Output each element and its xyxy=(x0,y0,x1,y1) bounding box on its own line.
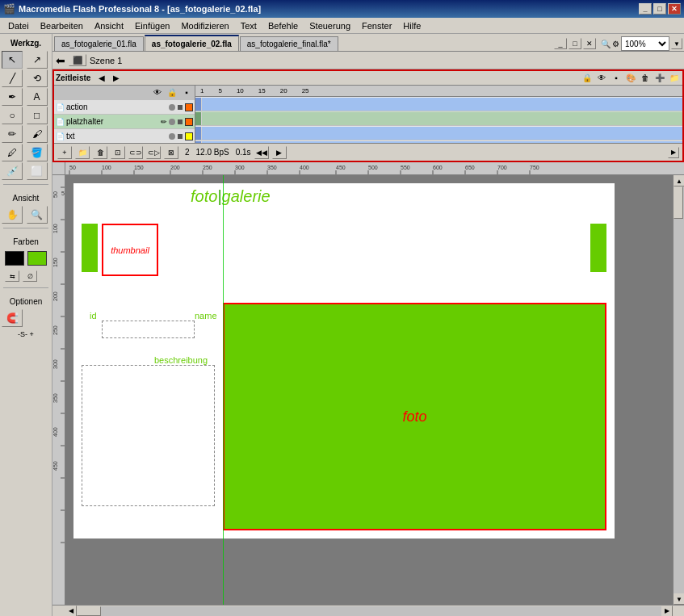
col-box-icon: ▪ xyxy=(180,87,193,98)
frame-action-1[interactable] xyxy=(195,98,202,111)
tool-lasso[interactable]: ⟲ xyxy=(27,69,48,87)
swap-colors-button[interactable]: ⇆ xyxy=(5,270,19,282)
menu-hilfe[interactable]: Hilfe xyxy=(398,19,426,32)
canvas-wrapper: 50 100 150 200 250 300 xyxy=(52,162,684,616)
sb-h-track[interactable] xyxy=(77,606,661,616)
scrollbar-vertical[interactable]: ▲ ▼ xyxy=(673,175,684,605)
svg-text:250: 250 xyxy=(203,165,212,170)
tool-arrow[interactable]: ↖ xyxy=(2,51,23,69)
tl-play-btn[interactable]: ▶ xyxy=(272,146,287,159)
tl-icon-box[interactable]: ▪ xyxy=(610,73,623,84)
canvas-stage: foto|galerie thumbnail xyxy=(73,183,615,538)
tl-add-folder-btn[interactable]: 📁 xyxy=(75,146,90,159)
stroke-color[interactable] xyxy=(5,251,24,266)
green-rect-right xyxy=(590,224,606,272)
svg-text:300: 300 xyxy=(235,165,245,170)
tool-rect[interactable]: □ xyxy=(27,107,48,124)
svg-text:400: 400 xyxy=(300,165,309,170)
sb-h-thumb[interactable] xyxy=(77,606,101,616)
zoom-dropdown-btn[interactable]: ▼ xyxy=(671,38,682,49)
tl-onion-outline-btn[interactable]: ⊂▷ xyxy=(146,146,161,159)
frame-platzhalter-1[interactable] xyxy=(195,112,202,125)
panel-maximize-button[interactable]: □ xyxy=(569,38,581,49)
layer-txt-icon: 📄 xyxy=(56,132,65,140)
tool-eyedropper[interactable]: 💉 xyxy=(2,162,23,180)
tool-text[interactable]: A xyxy=(27,88,48,106)
no-color-button[interactable]: ∅ xyxy=(23,270,37,282)
tool-zoom[interactable]: 🔍 xyxy=(27,206,48,224)
vr-450: 450 xyxy=(52,450,58,482)
minimize-button[interactable]: _ xyxy=(639,3,652,15)
tl-icon-folder[interactable]: 📁 xyxy=(668,73,681,84)
tl-scroll-right[interactable]: ▶ xyxy=(668,147,679,158)
tl-icon-color[interactable]: 🎨 xyxy=(624,73,637,84)
frame-bg-1[interactable] xyxy=(195,141,202,144)
scene-nav-back[interactable]: ⬅ xyxy=(56,54,65,67)
tl-add-layer-btn[interactable]: + xyxy=(57,146,72,159)
time-label: 0.1s xyxy=(236,148,251,157)
menu-bearbeiten[interactable]: Bearbeiten xyxy=(36,19,88,32)
tool-brush[interactable]: 🖌 xyxy=(27,125,48,143)
menu-text[interactable]: Text xyxy=(236,19,262,32)
scrollbar-horizontal[interactable]: ◀ ▶ xyxy=(52,605,684,616)
layer-txt[interactable]: 📄 txt xyxy=(54,129,195,143)
vr-50: 50 xyxy=(52,178,58,211)
tab-fotogalerie01[interactable]: as_fotogalerie_01.fla xyxy=(54,36,144,51)
svg-text:150: 150 xyxy=(134,165,144,170)
sb-v-track[interactable] xyxy=(674,186,684,593)
menu-steuerung[interactable]: Steuerung xyxy=(304,19,355,32)
zoom-select[interactable]: 100% 50% 200% Fit in Window xyxy=(621,36,669,51)
sb-v-thumb[interactable] xyxy=(674,186,683,219)
tl-nav-left[interactable]: ◀ xyxy=(95,73,108,84)
tl-center-frame-btn[interactable]: ⊡ xyxy=(111,146,125,159)
menu-einfügen[interactable]: Einfügen xyxy=(130,19,174,32)
tool-inkbottle[interactable]: 🖊 xyxy=(2,144,23,161)
sb-v-up[interactable]: ▲ xyxy=(674,175,684,186)
foto-label: foto xyxy=(402,409,426,425)
tool-pencil[interactable]: ✏ xyxy=(2,125,23,143)
svg-text:200: 200 xyxy=(170,165,180,170)
properties-icon: ⚙ xyxy=(612,40,619,48)
canvas-area[interactable]: foto|galerie thumbnail xyxy=(65,175,673,605)
layer-action[interactable]: 📄 action xyxy=(54,100,195,115)
tl-nav-right[interactable]: ▶ xyxy=(110,73,123,84)
tool-subselect[interactable]: ↗ xyxy=(27,51,48,69)
tl-edit-multiple-btn[interactable]: ⊠ xyxy=(164,146,178,159)
tl-icon-add[interactable]: ➕ xyxy=(653,73,666,84)
menu-modifizieren[interactable]: Modifizieren xyxy=(176,19,233,32)
fill-color[interactable] xyxy=(27,251,47,266)
snap-magnet-button[interactable]: 🧲 xyxy=(2,309,23,327)
frames-platzhalter-row xyxy=(195,111,682,126)
sb-h-left[interactable]: ◀ xyxy=(65,606,77,617)
tab-fotogalerie02[interactable]: as_fotogalerie_02.fla xyxy=(145,35,239,51)
menu-befehle[interactable]: Befehle xyxy=(263,19,303,32)
toolbar-label: Werkzg. xyxy=(2,37,50,49)
tool-line[interactable]: ╱ xyxy=(2,69,23,87)
frame-txt-1[interactable] xyxy=(195,127,202,140)
tab-fotogalerie-final[interactable]: as_fotogalerie_final.fla* xyxy=(240,36,338,51)
sb-h-right[interactable]: ▶ xyxy=(661,606,673,617)
close-button[interactable]: ✕ xyxy=(668,3,681,15)
vr-150: 150 xyxy=(52,246,58,279)
tool-pen[interactable]: ✒ xyxy=(2,88,23,106)
layer-platzhalter[interactable]: 📄 platzhalter ✏ xyxy=(54,115,195,129)
tool-paintbucket[interactable]: 🪣 xyxy=(27,144,48,161)
tool-oval[interactable]: ○ xyxy=(2,107,23,124)
layer-platzhalter-name: platzhalter xyxy=(66,117,159,126)
sb-v-down[interactable]: ▼ xyxy=(674,593,684,605)
tl-onion-btn[interactable]: ⊂⊃ xyxy=(128,146,143,159)
tool-eraser[interactable]: ⬜ xyxy=(27,162,48,180)
tl-icon-eye[interactable]: 👁 xyxy=(595,73,608,84)
panel-minimize-button[interactable]: _ xyxy=(554,38,567,49)
menu-ansicht[interactable]: Ansicht xyxy=(90,19,128,32)
maximize-button[interactable]: □ xyxy=(653,3,666,15)
tl-play-back-btn[interactable]: ◀◀ xyxy=(254,146,269,159)
tl-delete-layer-btn[interactable]: 🗑 xyxy=(93,146,107,159)
menu-fenster[interactable]: Fenster xyxy=(357,19,397,32)
menu-datei[interactable]: Datei xyxy=(3,19,34,32)
zoom-icon: 🔍 xyxy=(601,40,611,48)
panel-close-button[interactable]: ✕ xyxy=(583,38,596,49)
tool-hand[interactable]: ✋ xyxy=(2,206,23,224)
tl-icon-lock[interactable]: 🔒 xyxy=(581,73,594,84)
tl-icon-trash[interactable]: 🗑 xyxy=(639,73,652,84)
